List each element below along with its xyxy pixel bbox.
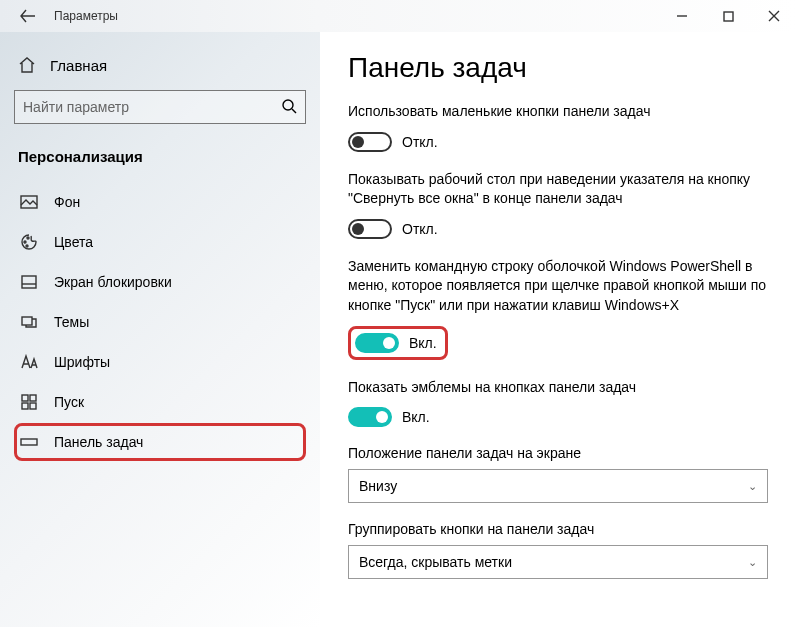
svg-point-1: [283, 100, 293, 110]
fonts-icon: [20, 353, 38, 371]
search-icon: [281, 98, 297, 117]
svg-point-4: [27, 237, 29, 239]
chevron-down-icon: ⌄: [748, 480, 757, 493]
chevron-down-icon: ⌄: [748, 556, 757, 569]
search-box[interactable]: [14, 90, 306, 124]
settings-window: Параметры Главная Пер: [0, 0, 797, 627]
sidebar-item-background[interactable]: Фон: [14, 183, 306, 221]
close-button[interactable]: [751, 0, 797, 32]
window-title: Параметры: [54, 9, 118, 23]
taskbar-icon: [20, 433, 38, 451]
toggle-small-buttons[interactable]: [348, 132, 392, 152]
setting-group-buttons: Группировать кнопки на панели задач Всег…: [348, 521, 787, 579]
setting-label: Заменить командную строку оболочкой Wind…: [348, 257, 768, 316]
sidebar-item-start[interactable]: Пуск: [14, 383, 306, 421]
minimize-button[interactable]: [659, 0, 705, 32]
sidebar-item-lockscreen[interactable]: Экран блокировки: [14, 263, 306, 301]
setting-label: Использовать маленькие кнопки панели зад…: [348, 102, 768, 122]
main-panel: Панель задач Использовать маленькие кноп…: [320, 32, 797, 627]
select-value: Всегда, скрывать метки: [359, 554, 512, 570]
svg-point-3: [24, 241, 26, 243]
sidebar-item-label: Пуск: [54, 394, 84, 410]
sidebar-item-taskbar[interactable]: Панель задач: [14, 423, 306, 461]
setting-peek-desktop: Показывать рабочий стол при наведении ук…: [348, 170, 787, 239]
sidebar-item-themes[interactable]: Темы: [14, 303, 306, 341]
svg-rect-6: [22, 276, 36, 288]
start-icon: [20, 393, 38, 411]
toggle-state: Вкл.: [409, 335, 437, 351]
svg-rect-0: [724, 12, 733, 21]
select-label: Положение панели задач на экране: [348, 445, 787, 461]
sidebar-home-label: Главная: [50, 57, 107, 74]
home-icon: [18, 56, 36, 74]
svg-rect-7: [22, 317, 32, 325]
sidebar-item-colors[interactable]: Цвета: [14, 223, 306, 261]
svg-rect-10: [22, 403, 28, 409]
svg-rect-12: [21, 439, 37, 445]
themes-icon: [20, 313, 38, 331]
sidebar-home[interactable]: Главная: [14, 50, 306, 84]
lockscreen-icon: [20, 273, 38, 291]
select-group-buttons[interactable]: Всегда, скрывать метки ⌄: [348, 545, 768, 579]
toggle-powershell[interactable]: [355, 333, 399, 353]
sidebar-item-fonts[interactable]: Шрифты: [14, 343, 306, 381]
content-area: Главная Персонализация Фон: [0, 32, 797, 627]
palette-icon: [20, 233, 38, 251]
maximize-button[interactable]: [705, 0, 751, 32]
sidebar-category: Персонализация: [14, 144, 306, 177]
sidebar-item-label: Экран блокировки: [54, 274, 172, 290]
search-input[interactable]: [23, 99, 281, 115]
toggle-badges[interactable]: [348, 407, 392, 427]
setting-label: Показать эмблемы на кнопках панели задач: [348, 378, 768, 398]
toggle-state: Откл.: [402, 134, 438, 150]
picture-icon: [20, 193, 38, 211]
sidebar: Главная Персонализация Фон: [0, 32, 320, 627]
select-label: Группировать кнопки на панели задач: [348, 521, 787, 537]
setting-label: Показывать рабочий стол при наведении ук…: [348, 170, 768, 209]
svg-rect-11: [30, 403, 36, 409]
select-taskbar-position[interactable]: Внизу ⌄: [348, 469, 768, 503]
setting-taskbar-position: Положение панели задач на экране Внизу ⌄: [348, 445, 787, 503]
sidebar-item-label: Панель задач: [54, 434, 143, 450]
setting-badges: Показать эмблемы на кнопках панели задач…: [348, 378, 787, 428]
sidebar-item-label: Фон: [54, 194, 80, 210]
setting-small-buttons: Использовать маленькие кнопки панели зад…: [348, 102, 787, 152]
page-title: Панель задач: [348, 52, 787, 84]
sidebar-item-label: Цвета: [54, 234, 93, 250]
sidebar-item-label: Темы: [54, 314, 89, 330]
toggle-state: Откл.: [402, 221, 438, 237]
select-value: Внизу: [359, 478, 397, 494]
svg-rect-8: [22, 395, 28, 401]
sidebar-item-label: Шрифты: [54, 354, 110, 370]
sidebar-nav: Фон Цвета Экран блокировки: [14, 183, 306, 461]
titlebar: Параметры: [0, 0, 797, 32]
svg-rect-9: [30, 395, 36, 401]
toggle-state: Вкл.: [402, 409, 430, 425]
back-button[interactable]: [12, 0, 44, 32]
svg-point-5: [26, 245, 28, 247]
setting-powershell: Заменить командную строку оболочкой Wind…: [348, 257, 787, 360]
toggle-peek-desktop[interactable]: [348, 219, 392, 239]
